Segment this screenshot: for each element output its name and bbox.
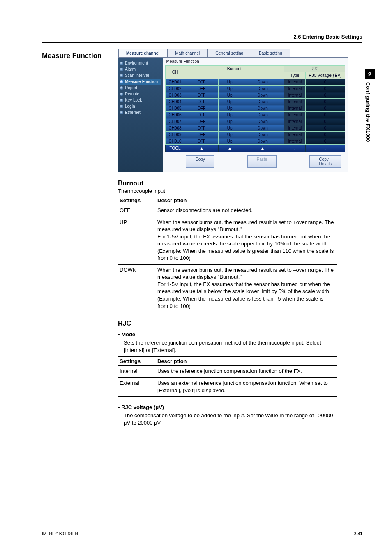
cell-burnout-down[interactable]: Down: [241, 138, 284, 145]
cell-burnout-off[interactable]: OFF: [184, 99, 219, 105]
cell-setting: DOWN: [118, 264, 156, 312]
col-rjc: RJC: [284, 66, 345, 72]
nav-report[interactable]: Report: [120, 85, 161, 91]
cell-burnout-off[interactable]: OFF: [184, 79, 219, 86]
nav-alarm[interactable]: Alarm: [120, 66, 161, 72]
cell-description: Uses an external reference junction comp…: [156, 378, 337, 397]
cell-burnout-down[interactable]: Down: [241, 86, 284, 92]
updown-icon[interactable]: ↕: [306, 145, 345, 152]
cell-burnout-off[interactable]: OFF: [184, 105, 219, 112]
nav-key-lock[interactable]: Key Lock: [120, 97, 161, 103]
cell-rjc-type[interactable]: Internal: [284, 105, 306, 112]
nav-measure-function[interactable]: Measure Function: [120, 79, 161, 85]
cell-burnout-down[interactable]: Down: [241, 92, 284, 99]
table-row: CH002OFFUpDownInternal0: [166, 86, 345, 92]
group-title: Measure Function: [165, 59, 345, 65]
group-measure-function: Measure Function CH Burnout RJC Type: [163, 58, 348, 172]
arrow-up-icon[interactable]: ▲: [184, 145, 219, 152]
cell-burnout-down[interactable]: Down: [241, 118, 284, 125]
table-row: CH004OFFUpDownInternal0: [166, 99, 345, 105]
cell-rjc-voltage[interactable]: 0: [306, 105, 345, 112]
table-row: CH003OFFUpDownInternal0: [166, 92, 345, 99]
cell-burnout-up[interactable]: Up: [219, 99, 241, 105]
cell-rjc-voltage[interactable]: 0: [306, 86, 345, 92]
cell-burnout-off[interactable]: OFF: [184, 86, 219, 92]
arrow-up-icon[interactable]: ▲: [219, 145, 241, 152]
updown-icon[interactable]: ↕: [284, 145, 306, 152]
chapter-tab: 2 Configuring the FX1000: [365, 69, 375, 142]
cell-ch: CH008: [166, 125, 184, 132]
cell-rjc-voltage[interactable]: 0: [306, 125, 345, 132]
cell-burnout-off[interactable]: OFF: [184, 132, 219, 138]
tab-measure-channel[interactable]: Measure channel: [118, 49, 167, 57]
table-row: DOWNWhen the sensor burns out, the measu…: [118, 264, 337, 312]
cell-rjc-voltage[interactable]: 0: [306, 118, 345, 125]
copy-details-button[interactable]: Copy Details: [309, 155, 341, 168]
col-type: Type: [284, 72, 306, 79]
table-row: CH010OFFUpDownInternal0: [166, 138, 345, 145]
cell-burnout-off[interactable]: OFF: [184, 118, 219, 125]
cell-description: When the sensor burns out, the measured …: [156, 264, 337, 312]
rjc-voltage-heading: • RJC voltage (μV): [118, 404, 348, 410]
cell-burnout-down[interactable]: Down: [241, 132, 284, 138]
cell-burnout-up[interactable]: Up: [219, 105, 241, 112]
cell-ch: CH006: [166, 112, 184, 118]
cell-burnout-off[interactable]: OFF: [184, 92, 219, 99]
cell-rjc-voltage[interactable]: 0: [306, 138, 345, 145]
nav-remote[interactable]: Remote: [120, 91, 161, 97]
nav-scan-interval[interactable]: Scan Interval: [120, 72, 161, 79]
cell-rjc-type[interactable]: Internal: [284, 125, 306, 132]
nav-label: Scan Interval: [125, 73, 149, 78]
cell-burnout-up[interactable]: Up: [219, 132, 241, 138]
copy-button[interactable]: Copy: [186, 155, 214, 168]
cell-rjc-voltage[interactable]: 0: [306, 112, 345, 118]
cell-burnout-down[interactable]: Down: [241, 105, 284, 112]
table-row: CH001OFFUpDownInternal0: [166, 79, 345, 86]
cell-burnout-up[interactable]: Up: [219, 112, 241, 118]
cell-rjc-type[interactable]: Internal: [284, 92, 306, 99]
cell-rjc-voltage[interactable]: 0: [306, 92, 345, 99]
cell-burnout-off[interactable]: OFF: [184, 125, 219, 132]
cell-rjc-voltage[interactable]: 0: [306, 99, 345, 105]
cell-burnout-up[interactable]: Up: [219, 138, 241, 145]
nav-label: Measure Function: [125, 79, 158, 84]
cell-burnout-down[interactable]: Down: [241, 125, 284, 132]
cell-burnout-off[interactable]: OFF: [184, 138, 219, 145]
cell-burnout-off[interactable]: OFF: [184, 112, 219, 118]
nav-label: Ethernet: [125, 110, 141, 115]
nav-label: Alarm: [125, 67, 136, 72]
table-row: CH005OFFUpDownInternal0: [166, 105, 345, 112]
bullet-icon: [120, 99, 123, 102]
nav-ethernet[interactable]: Ethernet: [120, 109, 161, 116]
cell-rjc-type[interactable]: Internal: [284, 112, 306, 118]
table-row: InternalUses the reference junction comp…: [118, 366, 337, 378]
nav-login[interactable]: Login: [120, 103, 161, 109]
cell-rjc-type[interactable]: Internal: [284, 86, 306, 92]
tab-basic-setting[interactable]: Basic setting: [251, 49, 290, 57]
section-header: 2.6 Entering Basic Settings: [42, 34, 362, 40]
cell-rjc-type[interactable]: Internal: [284, 79, 306, 86]
cell-burnout-up[interactable]: Up: [219, 79, 241, 86]
cell-burnout-down[interactable]: Down: [241, 79, 284, 86]
cell-burnout-up[interactable]: Up: [219, 92, 241, 99]
cell-rjc-type[interactable]: Internal: [284, 118, 306, 125]
cell-rjc-type[interactable]: Internal: [284, 138, 306, 145]
table-row: OFFSensor disconnections are not detecte…: [118, 205, 337, 217]
cell-burnout-up[interactable]: Up: [219, 86, 241, 92]
app-screenshot: Measure channel Math channel General set…: [118, 49, 348, 172]
cell-burnout-down[interactable]: Down: [241, 112, 284, 118]
tab-math-channel[interactable]: Math channel: [167, 49, 208, 57]
cell-rjc-voltage[interactable]: 0: [306, 132, 345, 138]
cell-ch: CH001: [166, 79, 184, 86]
cell-burnout-up[interactable]: Up: [219, 125, 241, 132]
nav-environment[interactable]: Environment: [120, 60, 161, 66]
tab-general-setting[interactable]: General setting: [208, 49, 251, 57]
cell-rjc-type[interactable]: Internal: [284, 132, 306, 138]
paste-button[interactable]: Paste: [247, 155, 277, 168]
cell-burnout-down[interactable]: Down: [241, 99, 284, 105]
cell-setting: OFF: [118, 205, 156, 217]
cell-burnout-up[interactable]: Up: [219, 118, 241, 125]
arrow-up-icon[interactable]: ▲: [241, 145, 284, 152]
cell-rjc-type[interactable]: Internal: [284, 99, 306, 105]
cell-rjc-voltage[interactable]: 0: [306, 79, 345, 86]
